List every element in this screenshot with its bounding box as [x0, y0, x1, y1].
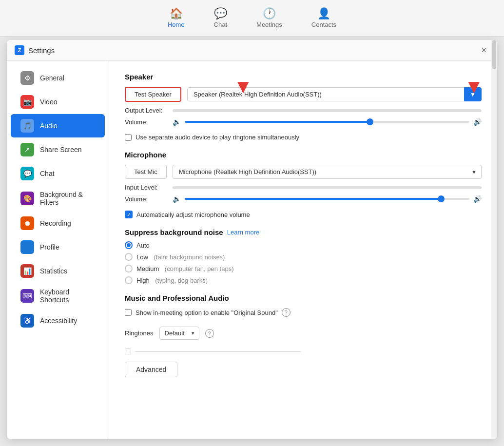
speaker-volume-row: Volume: 🔈 🔊 — [125, 117, 482, 127]
close-button[interactable]: × — [478, 45, 489, 56]
scrollbar-track[interactable] — [491, 61, 497, 439]
speaker-section-header: Speaker — [125, 73, 482, 81]
meetings-icon: 🕐 — [263, 8, 276, 19]
ringtones-select[interactable]: Default Chime None — [159, 327, 199, 340]
chat-icon: 💬 — [214, 8, 227, 19]
radio-high[interactable]: High (typing, dog barks) — [125, 276, 482, 284]
sidebar-label-video: Video — [40, 98, 58, 106]
sidebar-item-keyboard[interactable]: ⌨ Keyboard Shortcuts — [11, 283, 105, 309]
settings-body: ⚙ General 📷 Video 🎵 Audio ↗ Share Screen… — [7, 61, 497, 439]
mic-device-select[interactable]: Microphone (Realtek High Definition Audi… — [173, 165, 482, 179]
mic-slider-fill — [185, 198, 441, 200]
ringtones-row: Ringtones Default Chime None ▼ ? — [125, 327, 482, 340]
mic-input-level-row: Input Level: — [125, 184, 482, 191]
learn-more-link[interactable]: Learn more — [227, 229, 259, 236]
sharescreen-icon: ↗ — [20, 143, 34, 156]
home-icon: 🏠 — [170, 8, 183, 19]
speaker-slider-thumb[interactable] — [367, 118, 373, 125]
test-mic-button[interactable]: Test Mic — [125, 165, 167, 179]
chat-sidebar-icon: 💬 — [20, 167, 34, 180]
speaker-device-wrapper: Speaker (Realtek High Definition Audio(S… — [187, 87, 482, 101]
contacts-icon: 👤 — [317, 8, 330, 19]
nav-meetings[interactable]: 🕐 Meetings — [256, 8, 282, 28]
radio-high-label: High — [136, 277, 150, 284]
sidebar-label-recording: Recording — [40, 219, 71, 227]
radio-low[interactable]: Low (faint background noises) — [125, 253, 482, 261]
sidebar-item-audio[interactable]: 🎵 Audio — [11, 114, 105, 137]
radio-low-label: Low — [136, 253, 148, 261]
ringtones-help-icon[interactable]: ? — [205, 329, 214, 338]
sidebar-label-audio: Audio — [40, 122, 58, 130]
ringtones-label: Ringtones — [125, 330, 154, 337]
sidebar-item-video[interactable]: 📷 Video — [11, 90, 105, 114]
speaker-output-level-row: Output Level: — [125, 107, 482, 114]
input-level-bar — [173, 186, 482, 189]
volume-high-icon: 🔊 — [473, 118, 482, 126]
microphone-section: Microphone Test Mic Microphone (Realtek … — [125, 151, 482, 218]
sidebar-label-chat: Chat — [40, 170, 55, 177]
radio-medium-input[interactable] — [125, 265, 133, 272]
radio-auto-label: Auto — [136, 242, 150, 249]
microphone-section-header: Microphone — [125, 151, 482, 159]
test-speaker-button[interactable]: Test Speaker — [125, 87, 181, 102]
sidebar-item-general[interactable]: ⚙ General — [11, 66, 105, 90]
radio-auto-dot — [127, 243, 131, 247]
separate-audio-label: Use separate audio device to play ringto… — [136, 134, 299, 141]
original-sound-help-icon[interactable]: ? — [282, 308, 291, 317]
mic-volume-slider[interactable] — [185, 194, 469, 204]
radio-low-hint: (faint background noises) — [152, 253, 225, 261]
radio-medium-hint: (computer fan, pen taps) — [163, 265, 233, 272]
radio-high-input[interactable] — [125, 276, 133, 284]
mic-slider-track — [185, 198, 469, 200]
auto-adjust-row: ✓ Automatically adjust microphone volume — [125, 211, 482, 218]
speaker-device-select[interactable]: Speaker (Realtek High Definition Audio(S… — [187, 87, 482, 101]
settings-title-left: Z Settings — [15, 45, 55, 55]
volume-low-icon: 🔈 — [173, 118, 181, 126]
suppress-radio-group: Auto Low (faint background noises) Mediu… — [125, 241, 482, 284]
speaker-dropdown-button[interactable]: ▼ — [464, 87, 482, 101]
nav-home-label: Home — [168, 21, 185, 28]
sidebar: ⚙ General 📷 Video 🎵 Audio ↗ Share Screen… — [7, 61, 109, 439]
nav-meetings-label: Meetings — [256, 21, 282, 28]
speaker-volume-label: Volume: — [125, 118, 169, 126]
sidebar-label-statistics: Statistics — [40, 267, 67, 275]
sidebar-item-background[interactable]: 🎨 Background & Filters — [11, 186, 105, 211]
radio-medium[interactable]: Medium (computer fan, pen taps) — [125, 265, 482, 272]
nav-chat-label: Chat — [214, 21, 227, 28]
audio-icon: 🎵 — [20, 119, 34, 133]
output-level-bar — [173, 109, 482, 112]
radio-low-input[interactable] — [125, 253, 133, 261]
nav-contacts[interactable]: 👤 Contacts — [311, 8, 336, 28]
partial-checkbox[interactable] — [125, 348, 131, 354]
advanced-button[interactable]: Advanced — [125, 362, 177, 377]
nav-home[interactable]: 🏠 Home — [168, 8, 185, 28]
sidebar-label-accessibility: Accessibility — [40, 317, 77, 325]
sidebar-label-background: Background & Filters — [40, 191, 95, 206]
speaker-section: Speaker Test Speaker Speaker (Realtek Hi… — [125, 73, 482, 141]
mic-slider-thumb[interactable] — [438, 195, 445, 202]
input-level-label: Input Level: — [125, 184, 169, 191]
separate-audio-checkbox[interactable] — [125, 134, 132, 141]
background-icon: 🎨 — [20, 192, 34, 205]
settings-content: ▼ ▼ Speaker Test Speaker Speaker (Realte… — [109, 61, 497, 439]
sidebar-item-recording[interactable]: ⏺ Recording — [11, 212, 105, 235]
sidebar-item-sharescreen[interactable]: ↗ Share Screen — [11, 138, 105, 161]
speaker-slider-fill — [185, 121, 370, 123]
settings-window: Z Settings × ⚙ General 📷 Video 🎵 Audio ↗… — [7, 40, 497, 439]
radio-auto-input[interactable] — [125, 241, 133, 249]
sidebar-item-chat[interactable]: 💬 Chat — [11, 162, 105, 185]
auto-adjust-checkbox[interactable]: ✓ — [125, 211, 133, 218]
radio-auto[interactable]: Auto — [125, 241, 482, 249]
auto-adjust-label: Automatically adjust microphone volume — [136, 211, 250, 218]
sidebar-item-profile[interactable]: 👤 Profile — [11, 235, 105, 259]
sidebar-item-accessibility[interactable]: ♿ Accessibility — [11, 309, 105, 332]
original-sound-label: Show in-meeting option to enable "Origin… — [136, 309, 278, 316]
scrollbar-thumb[interactable] — [492, 61, 496, 69]
speaker-volume-slider[interactable] — [185, 117, 469, 127]
nav-chat[interactable]: 💬 Chat — [214, 8, 227, 28]
radio-high-hint: (typing, dog barks) — [154, 277, 208, 284]
mic-volume-low-icon: 🔈 — [173, 195, 181, 203]
original-sound-checkbox[interactable] — [125, 309, 132, 316]
sidebar-item-statistics[interactable]: 📊 Statistics — [11, 259, 105, 283]
mic-volume-high-icon: 🔊 — [473, 195, 482, 203]
